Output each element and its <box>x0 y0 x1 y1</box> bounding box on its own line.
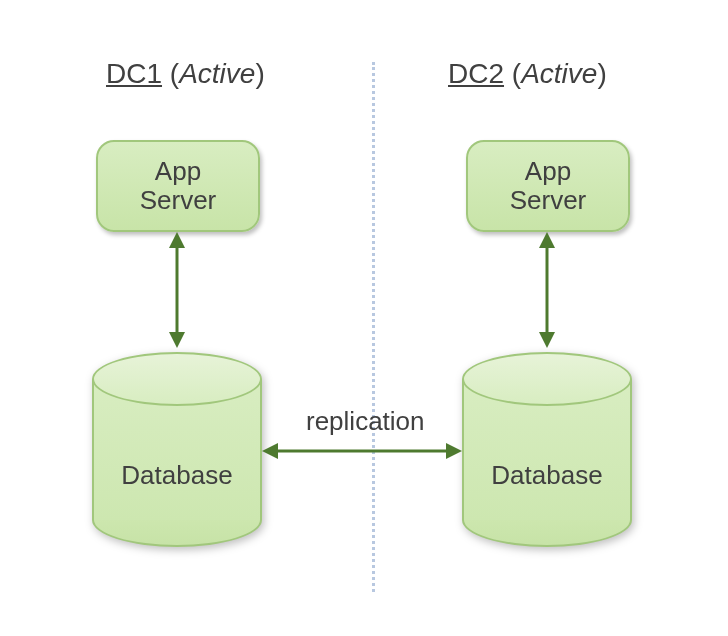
dc2-app-server: AppServer <box>466 140 630 232</box>
dc1-title: DC1 (Active) <box>106 58 265 90</box>
svg-marker-1 <box>169 232 185 248</box>
svg-marker-8 <box>446 443 462 459</box>
dc2-database-label: Database <box>462 460 632 491</box>
dc1-app-server-label: AppServer <box>140 157 217 214</box>
dc2-bidirectional-arrow-icon <box>537 232 557 348</box>
svg-marker-4 <box>539 232 555 248</box>
svg-marker-5 <box>539 332 555 348</box>
dc2-title: DC2 (Active) <box>448 58 607 90</box>
dc1-database: Database <box>92 352 262 547</box>
dc2-name: DC2 <box>448 58 504 89</box>
dc1-name: DC1 <box>106 58 162 89</box>
replication-label: replication <box>306 406 425 437</box>
dc1-app-server: AppServer <box>96 140 260 232</box>
svg-marker-2 <box>169 332 185 348</box>
replication-arrow-icon <box>262 441 462 461</box>
dc2-status: Active <box>521 58 597 89</box>
dc1-bidirectional-arrow-icon <box>167 232 187 348</box>
dc2-app-server-label: AppServer <box>510 157 587 214</box>
dc1-status: Active <box>179 58 255 89</box>
svg-marker-7 <box>262 443 278 459</box>
dc2-database: Database <box>462 352 632 547</box>
divider-line <box>372 62 375 592</box>
dc1-database-label: Database <box>92 460 262 491</box>
